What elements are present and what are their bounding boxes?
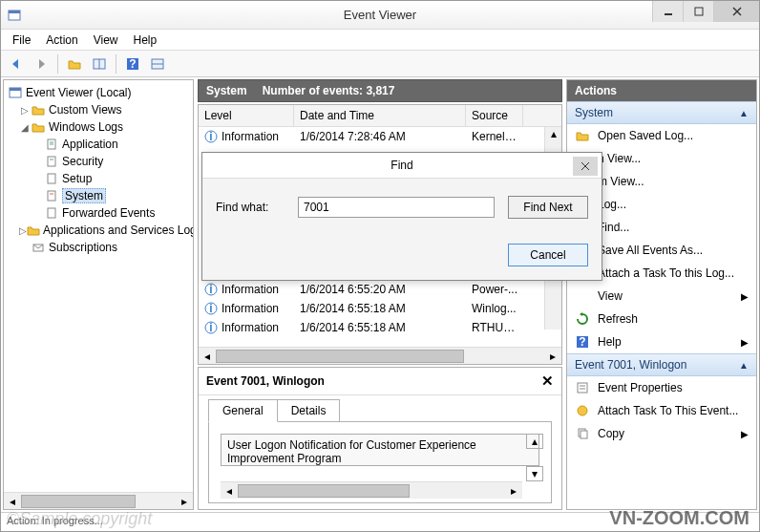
tree-apps-services[interactable]: ▷Applications and Services Logs bbox=[6, 222, 191, 239]
tree-windows-logs[interactable]: ◢Windows Logs bbox=[6, 118, 191, 136]
tree-label: System bbox=[62, 188, 106, 203]
collapse-icon[interactable]: ◢ bbox=[19, 122, 31, 133]
eventviewer-icon bbox=[8, 85, 23, 100]
detail-pane: Event 7001, Winlogon ✕ General Details U… bbox=[198, 367, 562, 510]
event-row[interactable]: iInformation 1/6/2014 6:55:18 AM Winlog.… bbox=[199, 299, 561, 318]
forward-button[interactable] bbox=[30, 53, 53, 74]
list-header-bar: System Number of events: 3,817 bbox=[198, 79, 562, 102]
collapse-icon: ▲ bbox=[739, 360, 749, 371]
menubar: File Action View Help bbox=[1, 30, 759, 51]
info-icon: i bbox=[204, 321, 218, 334]
cell-datetime: 1/6/2014 6:55:18 AM bbox=[294, 320, 466, 335]
action-label: Copy bbox=[598, 427, 624, 440]
action-label: Help bbox=[598, 335, 622, 349]
tree-label: Windows Logs bbox=[49, 120, 123, 134]
minimize-button[interactable] bbox=[652, 1, 683, 22]
main-layout: Event Viewer (Local) ▷Custom Views ◢Wind… bbox=[1, 77, 759, 512]
svg-rect-19 bbox=[48, 174, 55, 183]
event-row[interactable]: iInformation 1/6/2014 7:28:46 AM Kernel-… bbox=[199, 127, 561, 146]
action-event-properties[interactable]: Event Properties bbox=[567, 376, 756, 399]
tab-general[interactable]: General bbox=[208, 399, 278, 422]
list-scrollbar-h[interactable]: ◂▸ bbox=[199, 347, 561, 364]
find-next-button[interactable]: Find Next bbox=[508, 196, 588, 219]
tree-label: Application bbox=[62, 138, 118, 151]
cell-source: Kernel-... bbox=[466, 129, 523, 144]
tree-label: Applications and Services Logs bbox=[43, 223, 194, 237]
action-label: Find... bbox=[598, 221, 629, 234]
action-label: Event Properties bbox=[598, 381, 683, 394]
properties-icon bbox=[575, 380, 590, 395]
info-icon: i bbox=[204, 130, 218, 143]
tree-setup[interactable]: Setup bbox=[6, 170, 191, 187]
event-row[interactable]: iInformation 1/6/2014 6:55:18 AM RTHUSB bbox=[199, 318, 561, 337]
event-message: User Logon Notification for Customer Exp… bbox=[221, 434, 539, 466]
tree-subscriptions[interactable]: Subscriptions bbox=[6, 239, 191, 256]
submenu-arrow-icon: ▶ bbox=[741, 429, 749, 439]
svg-text:?: ? bbox=[129, 57, 136, 71]
find-cancel-button[interactable]: Cancel bbox=[508, 244, 588, 266]
tree-label: Subscriptions bbox=[49, 241, 117, 254]
menu-view[interactable]: View bbox=[86, 32, 126, 49]
center-pane: System Number of events: 3,817 Level Dat… bbox=[198, 79, 562, 510]
actions-pane: Actions System▲ Open Saved Log... n View… bbox=[566, 79, 757, 510]
menu-file[interactable]: File bbox=[5, 32, 38, 49]
prev-event-button[interactable]: ▴ bbox=[526, 434, 543, 449]
tree-scrollbar-h[interactable]: ◂▸ bbox=[4, 492, 193, 509]
tree-forwarded[interactable]: Forwarded Events bbox=[6, 204, 191, 222]
find-dialog-titlebar: Find bbox=[202, 153, 602, 179]
action-help[interactable]: ?Help▶ bbox=[567, 330, 756, 353]
properties-button[interactable] bbox=[88, 53, 111, 74]
open-folder-button[interactable] bbox=[63, 53, 86, 74]
detail-scrollbar-h[interactable]: ◂▸ bbox=[221, 481, 522, 499]
cell-level: Information bbox=[222, 130, 279, 143]
cell-datetime: 1/6/2014 6:55:18 AM bbox=[294, 301, 466, 316]
menu-help[interactable]: Help bbox=[126, 32, 165, 49]
cell-level: Information bbox=[222, 321, 279, 334]
action-label: n View... bbox=[598, 152, 641, 165]
expand-icon[interactable]: ▷ bbox=[19, 105, 31, 116]
tree-system[interactable]: System bbox=[6, 187, 191, 204]
action-label: Open Saved Log... bbox=[598, 129, 693, 142]
action-copy[interactable]: Copy▶ bbox=[567, 422, 756, 445]
menu-action[interactable]: Action bbox=[38, 32, 85, 49]
expand-icon[interactable]: ▷ bbox=[19, 225, 27, 236]
info-icon: i bbox=[204, 302, 218, 315]
action-view[interactable]: View▶ bbox=[567, 285, 756, 308]
actions-section-event[interactable]: Event 7001, Winlogon▲ bbox=[567, 353, 756, 376]
svg-text:i: i bbox=[209, 302, 212, 315]
actions-section-system[interactable]: System▲ bbox=[567, 101, 756, 124]
find-dialog: Find Find what: Find Next Cancel bbox=[201, 152, 602, 281]
close-detail-button[interactable]: ✕ bbox=[541, 372, 554, 390]
task-icon bbox=[575, 403, 590, 418]
tab-details[interactable]: Details bbox=[277, 399, 341, 422]
col-datetime[interactable]: Date and Time bbox=[294, 105, 466, 126]
close-button[interactable] bbox=[713, 1, 759, 22]
svg-text:i: i bbox=[209, 283, 212, 296]
action-label: View bbox=[598, 289, 623, 303]
col-source[interactable]: Source bbox=[466, 105, 523, 126]
action-attach-task-event[interactable]: Attach Task To This Event... bbox=[567, 399, 756, 422]
tree-application[interactable]: Application bbox=[6, 136, 191, 153]
svg-rect-20 bbox=[48, 191, 55, 201]
find-dialog-close-button[interactable] bbox=[573, 157, 598, 176]
preview-pane-button[interactable] bbox=[146, 53, 169, 74]
tree-root[interactable]: Event Viewer (Local) bbox=[6, 84, 191, 101]
tree-security[interactable]: Security bbox=[6, 153, 191, 170]
find-what-input[interactable] bbox=[298, 197, 495, 218]
submenu-arrow-icon: ▶ bbox=[741, 291, 749, 302]
help-button[interactable]: ? bbox=[121, 53, 144, 74]
svg-point-41 bbox=[578, 406, 587, 415]
col-level[interactable]: Level bbox=[199, 105, 294, 126]
tree-custom-views[interactable]: ▷Custom Views bbox=[6, 101, 191, 118]
action-open-saved-log[interactable]: Open Saved Log... bbox=[567, 124, 756, 147]
action-refresh[interactable]: Refresh bbox=[567, 308, 756, 330]
event-row[interactable]: iInformation 1/6/2014 6:55:20 AM Power-.… bbox=[199, 280, 561, 299]
subscriptions-icon bbox=[31, 240, 46, 255]
cell-level: Information bbox=[222, 302, 279, 315]
next-event-button[interactable]: ▾ bbox=[526, 466, 543, 481]
back-button[interactable] bbox=[5, 53, 28, 74]
titlebar: Event Viewer bbox=[1, 1, 759, 30]
svg-rect-22 bbox=[48, 208, 55, 218]
section-label: Event 7001, Winlogon bbox=[575, 358, 686, 372]
maximize-button[interactable] bbox=[683, 1, 713, 22]
